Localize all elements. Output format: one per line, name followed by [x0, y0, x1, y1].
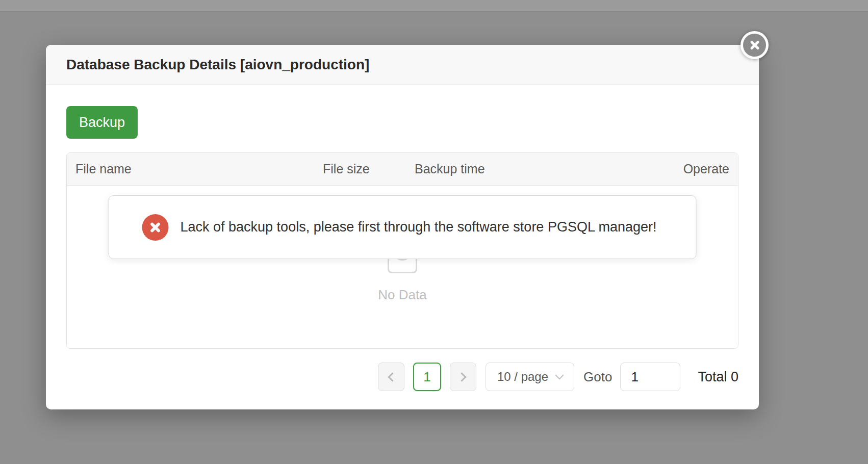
backup-button[interactable]: Backup — [66, 106, 138, 139]
page-size-select[interactable]: 10 / page — [486, 363, 574, 391]
prev-page-button[interactable] — [378, 363, 404, 391]
chevron-right-icon — [457, 372, 466, 381]
chevron-left-icon — [388, 372, 397, 381]
goto-label: Goto — [583, 369, 612, 385]
modal-title: Database Backup Details [aiovn_productio… — [66, 57, 369, 73]
background-top-bar — [0, 0, 868, 12]
chevron-down-icon — [555, 371, 564, 380]
total-count: Total 0 — [698, 369, 738, 385]
database-backup-details-modal: Database Backup Details [aiovn_productio… — [46, 45, 759, 409]
error-message: Lack of backup tools, please first throu… — [181, 219, 657, 235]
close-button[interactable] — [741, 31, 769, 59]
backup-files-table: File name File size Backup time Operate … — [66, 152, 738, 349]
column-header-operate: Operate — [583, 162, 729, 176]
table-header-row: File name File size Backup time Operate — [67, 153, 738, 186]
table-body-empty-state: No Data Lack of backup tools, please fir… — [67, 186, 738, 348]
column-header-file-size: File size — [323, 162, 415, 176]
current-page-button[interactable]: 1 — [413, 363, 441, 391]
page-size-value: 10 / page — [497, 370, 548, 384]
empty-state-label: No Data — [67, 287, 738, 303]
column-header-backup-time: Backup time — [415, 162, 583, 176]
pagination: 1 10 / page Goto Total 0 — [66, 363, 738, 391]
error-alert: Lack of backup tools, please first throu… — [109, 195, 697, 259]
error-icon — [142, 214, 169, 241]
column-header-file-name: File name — [75, 162, 323, 176]
modal-body: Backup File name File size Backup time O… — [46, 85, 759, 391]
next-page-button[interactable] — [450, 363, 476, 391]
goto-page-input[interactable] — [620, 363, 680, 391]
modal-header: Database Backup Details [aiovn_productio… — [46, 45, 759, 85]
